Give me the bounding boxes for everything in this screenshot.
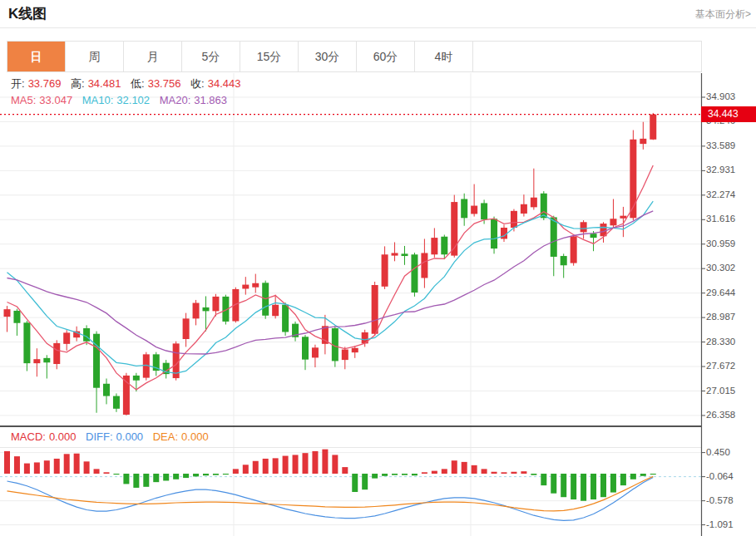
high-value: 34.481: [88, 77, 121, 90]
close-value: 34.443: [208, 77, 241, 90]
price-tick-label: 30.959: [706, 238, 735, 248]
price-tick-label: 26.358: [706, 410, 735, 420]
tab-4hour[interactable]: 4时: [415, 42, 473, 71]
macd-tick-label: -1.091: [706, 519, 734, 529]
dea-label: DEA:: [153, 430, 178, 443]
tab-30min[interactable]: 30分: [299, 42, 357, 71]
ma20-label: MA20:: [160, 94, 191, 106]
last-price-marker: 34.443: [701, 106, 756, 122]
macd-tick-label: -0.578: [706, 495, 734, 505]
ma5-line: [7, 165, 654, 390]
diff-label: DIFF:: [86, 430, 113, 443]
diff-value: 0.000: [116, 430, 144, 443]
price-tick-label: 28.987: [706, 312, 735, 322]
price-tick-label: 33.589: [706, 140, 735, 150]
header-divider: [0, 27, 756, 28]
open-value: 33.769: [28, 77, 62, 90]
dea-value: 0.000: [181, 430, 209, 443]
price-tick-label: 28.330: [706, 337, 735, 347]
ma20-value: 31.863: [194, 94, 227, 106]
open-label: 开:: [11, 77, 25, 90]
ma10-value: 32.102: [116, 94, 150, 106]
tab-15min[interactable]: 15分: [240, 42, 299, 71]
tab-5min[interactable]: 5分: [182, 42, 240, 71]
candlesticks: [4, 113, 657, 416]
price-tick-label: 30.302: [706, 263, 735, 273]
tab-60min[interactable]: 60分: [357, 42, 415, 71]
tab-week[interactable]: 周: [66, 42, 124, 71]
macd-value: 0.000: [49, 430, 77, 443]
macd-histogram: [4, 450, 656, 501]
price-tick-label: 32.931: [706, 165, 735, 175]
ohlc-readout: 开:33.769 高:34.481 低:33.756 收:34.443: [11, 76, 247, 91]
price-tick-label: 34.903: [706, 91, 735, 101]
ma5-label: MA5:: [11, 94, 36, 106]
macd-label: MACD:: [11, 430, 46, 443]
low-label: 低:: [131, 77, 145, 90]
macd-readout: MACD:0.000 DIFF:0.000 DEA:0.000: [11, 430, 215, 443]
price-tick-label: 29.644: [706, 288, 735, 298]
price-tick-label: 27.015: [706, 386, 735, 396]
price-tick-label: 31.616: [706, 214, 735, 224]
ma5-value: 33.047: [39, 94, 72, 106]
ma-readout: MA5:33.047 MA10:32.102 MA20:31.863: [11, 94, 234, 106]
price-tick-label: 32.274: [706, 189, 735, 199]
tab-day[interactable]: 日: [7, 42, 66, 71]
macd-tick-label: 0.450: [706, 447, 730, 457]
macd-tick-label: -0.064: [706, 471, 734, 481]
tab-strip-filler: [473, 42, 701, 71]
page-title: K线图: [8, 4, 47, 23]
fundamental-analysis-link[interactable]: 基本面分析>: [695, 7, 751, 22]
ma10-label: MA10:: [82, 94, 114, 106]
high-label: 高:: [71, 77, 85, 90]
close-label: 收:: [190, 77, 205, 90]
price-tick-label: 27.672: [706, 361, 735, 371]
tab-month[interactable]: 月: [124, 42, 182, 71]
low-value: 33.756: [148, 77, 181, 90]
interval-tab-strip: 日 周 月 5分 15分 30分 60分 4时: [7, 41, 702, 72]
